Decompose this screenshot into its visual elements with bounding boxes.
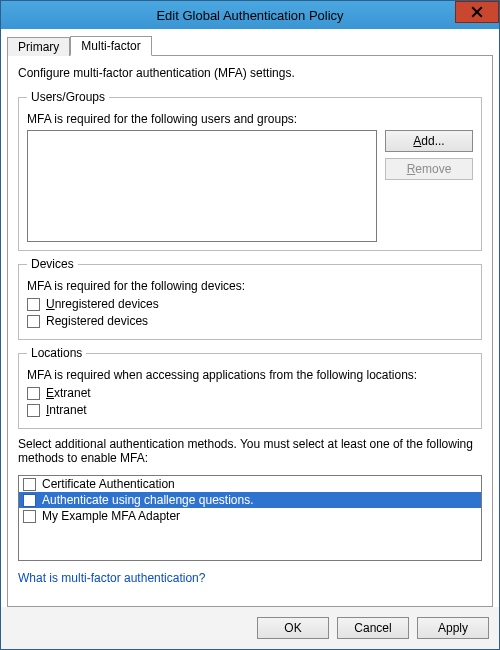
auth-methods-listbox[interactable]: Certificate Authentication Authenticate … xyxy=(18,475,482,561)
tab-panel-multifactor: Configure multi-factor authentication (M… xyxy=(7,55,493,607)
devices-caption: MFA is required for the following device… xyxy=(27,279,473,293)
checkbox-icon xyxy=(27,298,40,311)
checkbox-icon xyxy=(27,387,40,400)
users-groups-listbox[interactable] xyxy=(27,130,377,242)
cancel-button[interactable]: Cancel xyxy=(337,617,409,639)
checkbox-icon xyxy=(23,478,36,491)
group-devices-legend: Devices xyxy=(27,257,78,271)
dialog-footer: OK Cancel Apply xyxy=(1,607,499,649)
apply-button[interactable]: Apply xyxy=(417,617,489,639)
add-button[interactable]: Add... xyxy=(385,130,473,152)
help-link-mfa[interactable]: What is multi-factor authentication? xyxy=(18,571,482,585)
extranet-rest: xtranet xyxy=(54,386,91,400)
client-area: Primary Multi-factor Configure multi-fac… xyxy=(1,29,499,607)
remove-btn-rest: emove xyxy=(415,162,451,176)
method-label: My Example MFA Adapter xyxy=(42,509,180,523)
users-caption: MFA is required for the following users … xyxy=(27,112,473,126)
window-title: Edit Global Authentication Policy xyxy=(156,8,343,23)
tab-primary[interactable]: Primary xyxy=(7,37,70,56)
close-icon xyxy=(471,6,483,18)
locations-caption: MFA is required when accessing applicati… xyxy=(27,368,473,382)
registered-label: Registered devices xyxy=(46,314,148,328)
dialog-window: Edit Global Authentication Policy Primar… xyxy=(0,0,500,650)
method-item-certificate[interactable]: Certificate Authentication xyxy=(19,476,481,492)
ok-button[interactable]: OK xyxy=(257,617,329,639)
group-locations-legend: Locations xyxy=(27,346,86,360)
method-label: Certificate Authentication xyxy=(42,477,175,491)
method-label: Authenticate using challenge questions. xyxy=(42,493,253,507)
intranet-rest: ntranet xyxy=(49,403,86,417)
users-groups-buttons: Add... Remove xyxy=(385,130,473,242)
checkbox-extranet[interactable]: Extranet xyxy=(27,386,473,400)
checkbox-intranet[interactable]: Intranet xyxy=(27,403,473,417)
tab-strip: Primary Multi-factor xyxy=(7,33,493,55)
checkbox-unregistered-devices[interactable]: Unregistered devices xyxy=(27,297,473,311)
unreg-rest: nregistered devices xyxy=(55,297,159,311)
checkbox-icon xyxy=(27,404,40,417)
close-button[interactable] xyxy=(455,1,499,23)
method-item-example-adapter[interactable]: My Example MFA Adapter xyxy=(19,508,481,524)
checkbox-icon xyxy=(27,315,40,328)
method-item-challenge-questions[interactable]: Authenticate using challenge questions. xyxy=(19,492,481,508)
tab-multifactor[interactable]: Multi-factor xyxy=(70,36,151,56)
remove-button: Remove xyxy=(385,158,473,180)
methods-caption: Select additional authentication methods… xyxy=(18,437,482,465)
checkbox-icon xyxy=(23,494,36,507)
group-users-legend: Users/Groups xyxy=(27,90,109,104)
group-users: Users/Groups MFA is required for the fol… xyxy=(18,90,482,251)
add-btn-rest: dd... xyxy=(421,134,444,148)
group-devices: Devices MFA is required for the followin… xyxy=(18,257,482,340)
checkbox-icon xyxy=(23,510,36,523)
checkbox-registered-devices[interactable]: Registered devices xyxy=(27,314,473,328)
intro-text: Configure multi-factor authentication (M… xyxy=(18,66,482,80)
group-locations: Locations MFA is required when accessing… xyxy=(18,346,482,429)
titlebar: Edit Global Authentication Policy xyxy=(1,1,499,29)
